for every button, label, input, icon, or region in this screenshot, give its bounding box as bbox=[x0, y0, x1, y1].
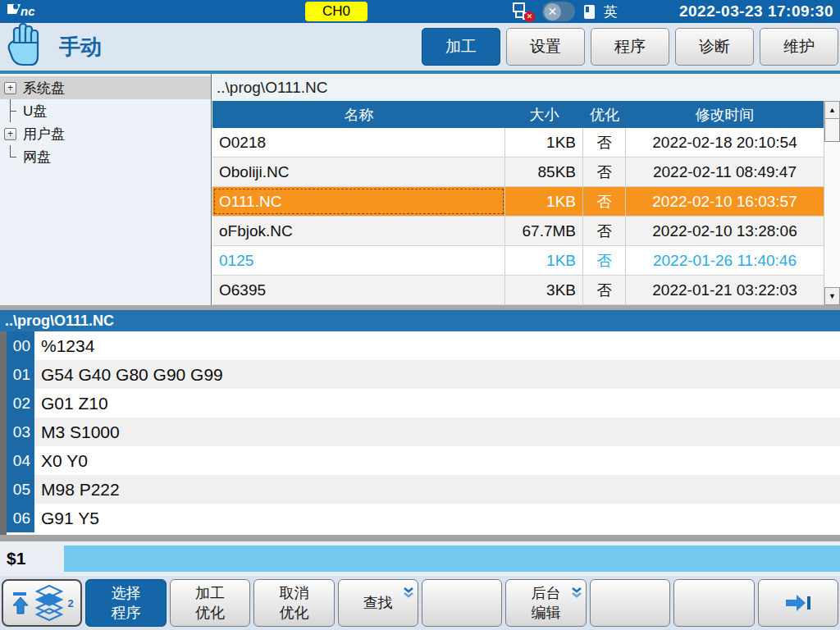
tree-item-label: U盘 bbox=[23, 102, 47, 121]
table-row[interactable]: Oboliji.NC 85KB 否 2022-02-11 08:49:47 bbox=[212, 158, 824, 187]
svg-text:nc: nc bbox=[21, 4, 35, 18]
tree-item-system-disk[interactable]: + 系统盘 bbox=[0, 76, 211, 99]
softkey-toolbar: 2 选择 程序 加工 优化 取消 优化 查找 bbox=[0, 576, 840, 630]
table-row[interactable]: O0218 1KB 否 2022-02-18 20:10:54 bbox=[212, 128, 824, 158]
chevron-down-icon bbox=[403, 583, 414, 603]
program-path-header: ..\prog\O111.NC bbox=[0, 310, 840, 331]
brand-logo: nc bbox=[7, 2, 51, 21]
alarm-clear-capsule[interactable]: ✕ bbox=[542, 2, 575, 21]
col-modified: 修改时间 bbox=[626, 101, 824, 128]
softkey-machining-optimize[interactable]: 加工 优化 bbox=[170, 579, 250, 627]
menu-level-badge: 2 bbox=[68, 594, 74, 614]
file-browser: + 系统盘 U盘 + 用户盘 网盘 ..\prog\O111.NC 名称 bbox=[0, 74, 840, 305]
top-bar: nc CH0 ✕ ✕ 英 2022-03-23 17:09:30 bbox=[0, 0, 840, 23]
program-line: 04 X0 Y0 bbox=[7, 446, 840, 475]
softkey-background-edit[interactable]: 后台 编辑 bbox=[505, 579, 586, 627]
table-row[interactable]: O6395 3KB 否 2022-01-21 03:22:03 bbox=[212, 276, 824, 305]
menu-layers-icon bbox=[35, 585, 63, 621]
softkey-empty-3[interactable] bbox=[673, 579, 754, 627]
tree-item-label: 系统盘 bbox=[23, 79, 65, 98]
table-row-loaded[interactable]: 0125 1KB 否 2022-01-26 11:40:46 bbox=[212, 246, 824, 276]
program-line: 00 %1234 bbox=[7, 331, 840, 360]
program-bottom-band bbox=[0, 535, 840, 541]
close-icon: ✕ bbox=[544, 3, 561, 21]
tree-connector bbox=[4, 145, 16, 168]
softkey-cancel-optimize[interactable]: 取消 优化 bbox=[253, 579, 334, 627]
table-scrollbar[interactable]: ▲ ▼ bbox=[824, 101, 840, 305]
manual-mode-hand-icon bbox=[7, 21, 44, 71]
tree-item-usb-disk[interactable]: U盘 bbox=[0, 99, 211, 122]
main-tabs: 加工 设置 程序 诊断 维护 bbox=[422, 28, 840, 66]
table-row[interactable]: oFbjok.NC 67.7MB 否 2022-02-10 13:28:06 bbox=[212, 217, 824, 246]
channel-label: $1 bbox=[7, 541, 25, 576]
program-line: 05 M98 P222 bbox=[7, 475, 840, 504]
return-top-icon bbox=[11, 591, 30, 615]
status-bar: $1 bbox=[0, 541, 840, 576]
tab-program[interactable]: 程序 bbox=[591, 28, 669, 66]
channel-badge: CH0 bbox=[305, 2, 368, 21]
datetime-display: 2022-03-23 17:09:30 bbox=[679, 2, 833, 21]
current-path: ..\prog\O111.NC bbox=[212, 74, 840, 101]
tree-item-net-disk[interactable]: 网盘 bbox=[0, 145, 211, 168]
scroll-down-icon[interactable]: ▼ bbox=[824, 287, 840, 305]
tab-diagnosis[interactable]: 诊断 bbox=[675, 28, 754, 66]
status-strip bbox=[64, 546, 840, 572]
mode-bar: 手动 加工 设置 程序 诊断 维护 bbox=[0, 23, 840, 74]
tree-item-user-disk[interactable]: + 用户盘 bbox=[0, 122, 211, 145]
softkey-select-program[interactable]: 选择 程序 bbox=[85, 579, 166, 627]
tree-item-label: 用户盘 bbox=[23, 125, 65, 144]
language-indicator[interactable]: 英 bbox=[604, 2, 618, 21]
softkey-find[interactable]: 查找 bbox=[338, 579, 418, 627]
menu-return-button[interactable]: 2 bbox=[2, 579, 82, 627]
file-table: 名称 大小 优化 修改时间 O0218 1KB 否 2022-02-18 20:… bbox=[212, 101, 824, 305]
ime-icon[interactable] bbox=[584, 5, 595, 19]
program-line: 01 G54 G40 G80 G90 G99 bbox=[7, 360, 840, 389]
tab-settings[interactable]: 设置 bbox=[506, 28, 585, 66]
chevron-down-icon bbox=[571, 583, 582, 603]
network-error-badge: ✕ bbox=[524, 11, 535, 22]
program-viewer: 00 %1234 01 G54 G40 G80 G90 G99 02 G01 Z… bbox=[0, 331, 840, 535]
col-size: 大小 bbox=[505, 101, 583, 128]
program-line: 06 G91 Y5 bbox=[7, 504, 840, 532]
col-optimize: 优化 bbox=[583, 101, 626, 128]
menu-next-button[interactable] bbox=[758, 579, 838, 627]
softkey-empty-1[interactable] bbox=[422, 579, 502, 627]
softkey-empty-2[interactable] bbox=[590, 579, 670, 627]
tree-connector bbox=[4, 99, 16, 122]
program-left-strip bbox=[0, 331, 7, 535]
mode-label: 手动 bbox=[59, 33, 102, 62]
next-page-arrow-icon bbox=[784, 593, 812, 613]
cnc-screen: nc CH0 ✕ ✕ 英 2022-03-23 17:09:30 bbox=[0, 0, 840, 630]
col-name: 名称 bbox=[212, 101, 505, 128]
tab-maintenance[interactable]: 维护 bbox=[760, 28, 838, 66]
file-table-header: 名称 大小 优化 修改时间 bbox=[212, 101, 824, 128]
expand-icon[interactable]: + bbox=[4, 82, 16, 94]
tab-machining[interactable]: 加工 bbox=[422, 28, 500, 66]
program-line: 03 M3 S1000 bbox=[7, 418, 840, 446]
scroll-up-icon[interactable]: ▲ bbox=[824, 101, 840, 119]
network-offline-icon: ✕ bbox=[512, 2, 533, 21]
program-line: 02 G01 Z10 bbox=[7, 389, 840, 418]
tree-item-label: 网盘 bbox=[23, 148, 51, 167]
table-row-selected[interactable]: O111.NC 1KB 否 2022-02-10 16:03:57 bbox=[212, 187, 824, 217]
expand-icon[interactable]: + bbox=[4, 128, 16, 140]
scrollbar-thumb[interactable] bbox=[824, 119, 840, 142]
drive-tree: + 系统盘 U盘 + 用户盘 网盘 bbox=[0, 74, 212, 305]
